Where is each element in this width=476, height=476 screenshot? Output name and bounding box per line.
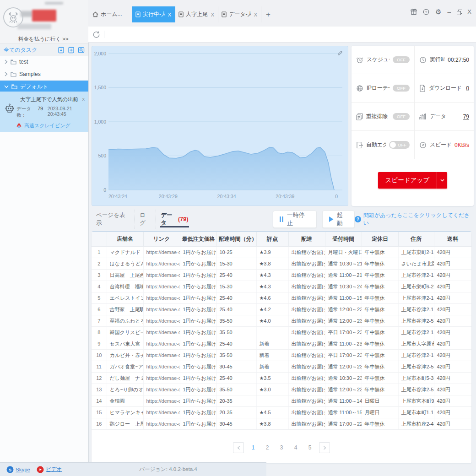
alarm-toggle[interactable]: OFF	[393, 56, 410, 64]
import-task-icon[interactable]	[58, 47, 65, 54]
tab-3[interactable]: データ-大... X	[218, 6, 261, 22]
cell: 通常 12:00～23:00時間...	[325, 304, 362, 315]
chevron-down-icon[interactable]	[4, 85, 9, 88]
skype-link[interactable]: Skype	[16, 467, 30, 472]
cell: 420円	[434, 247, 471, 258]
dedup-toggle[interactable]: OFF	[393, 113, 410, 120]
folder-item-デフォルト[interactable]: デフォルト	[0, 81, 88, 93]
task-data-count[interactable]: 79	[38, 106, 43, 111]
page-3[interactable]: 3	[276, 444, 287, 451]
col-header[interactable]: 評点	[256, 232, 288, 247]
download-value[interactable]: 0	[466, 85, 469, 92]
cell: 上尾市東町2-1-20	[398, 247, 434, 258]
view-tab-label: ログ	[140, 211, 151, 227]
table-body: 1マクドナルド 上尾運...https://demae-can.com/...1…	[92, 247, 471, 430]
cell: ヒマラヤンキャラバン	[107, 407, 143, 418]
folder-item-Samples[interactable]: Samples	[0, 68, 88, 81]
col-header[interactable]: 配達	[288, 232, 325, 247]
view-tab-0[interactable]: ページを表示	[92, 210, 135, 229]
task-close-icon[interactable]: x	[82, 96, 85, 102]
table-row[interactable]: 6吉野家 上尾駅前店https://demae-can.com/...1円からお…	[92, 304, 471, 315]
pause-button[interactable]: 一時停止	[273, 211, 317, 228]
col-header[interactable]: 店舗名	[107, 232, 143, 247]
new-task-icon[interactable]	[68, 47, 75, 54]
page-4[interactable]: 4	[291, 444, 301, 451]
stat-label: 実行時間	[430, 56, 444, 64]
data-value[interactable]: 79	[463, 114, 469, 120]
trouble-help-link[interactable]: ? 問題があったらここをクリックしてください	[355, 211, 474, 227]
chevron-down-icon[interactable]	[437, 172, 447, 189]
cell: 16	[92, 418, 107, 430]
status-bar: S Skype ビデオ バージョン: 4.0.2-beta.4	[0, 462, 266, 476]
page-5[interactable]: 5	[305, 444, 315, 451]
table-row[interactable]: 3日高屋 上尾西口店https://demae-can.com/...1円からお…	[92, 270, 471, 281]
refresh-icon[interactable]	[92, 31, 100, 38]
task-card[interactable]: 大字上尾下で人気の出前・デリバリー・宅... x データ数： 79 2023-0…	[0, 92, 88, 132]
table-row[interactable]: 9セスパ東大宮https://demae-can.com/...1円からお届け2…	[92, 338, 471, 350]
col-header[interactable]: 配達時間（分）	[216, 232, 256, 247]
table-row[interactable]: 14金瑞園https://demae-can.com/...1円からお届け20-…	[92, 395, 471, 407]
cell: 420円	[434, 304, 471, 315]
col-header[interactable]: 送料	[434, 232, 471, 247]
next-page-icon[interactable]	[319, 442, 330, 453]
page-1[interactable]: 1	[248, 444, 258, 451]
table-row[interactable]: 13とろ~り卵のオムライ...https://demae-can.com/...…	[92, 384, 471, 395]
table-row[interactable]: 5エベレストインhttps://demae-can.com/...1円からお届け…	[92, 292, 471, 304]
tab-close-icon[interactable]: X	[168, 12, 172, 17]
cell: 年中無休	[362, 281, 398, 292]
table-row[interactable]: 7至福のふわとろオムラ...https://demae-can.com/...1…	[92, 315, 471, 327]
table-row[interactable]: 1マクドナルド 上尾運...https://demae-can.com/...1…	[92, 247, 471, 258]
tab-0[interactable]: ホーム...	[89, 6, 132, 22]
cell: 上尾市谷津2-1-50-10 上...	[398, 327, 434, 338]
cell: 上尾市大字原市4154	[398, 338, 434, 350]
export-toggle[interactable]: OFF	[389, 141, 410, 149]
chevron-right-icon[interactable]	[4, 72, 8, 76]
start-button[interactable]: 起動	[322, 211, 355, 228]
edit-pencil-icon[interactable]	[337, 50, 343, 56]
table-row[interactable]: 10カルビ丼・赤チゲ「グ...https://demae-can.com/...…	[92, 350, 471, 361]
view-tab-1[interactable]: ログ	[135, 210, 156, 229]
stat-label: データ	[430, 113, 460, 120]
cell: 年中無休	[362, 418, 398, 430]
table-row[interactable]: 11ガパオ食堂~アロイマ...https://demae-can.com/...…	[92, 361, 471, 373]
col-header[interactable]: 住所	[398, 232, 434, 247]
table-row[interactable]: 16鶏ジロー 上尾https://demae-can.com/...1円からお届…	[92, 418, 471, 430]
find-task-icon[interactable]	[78, 47, 85, 54]
cell: 吉野家 上尾駅前店	[107, 304, 143, 315]
restore-icon[interactable]	[457, 10, 461, 14]
tab-2[interactable]: 大字上尾... X	[175, 6, 218, 22]
col-header[interactable]: 最低注文価格	[180, 232, 216, 247]
prev-page-icon[interactable]	[233, 442, 244, 453]
tab-strip: ホーム... 実行中-大... X 大字上尾... X データ-大... X +	[89, 6, 275, 22]
fast-scraping-link[interactable]: 高速スクレイピング	[24, 122, 70, 129]
table-row[interactable]: 4台湾料理 福味味https://demae-can.com/...1円からお届…	[92, 281, 471, 292]
table-row[interactable]: 15ヒマラヤンキャラバンhttps://demae-can.com/...1円か…	[92, 407, 471, 418]
video-link[interactable]: ビデオ	[46, 466, 62, 473]
view-tab-label: データ	[161, 211, 178, 227]
tab-1[interactable]: 実行中-大... X	[132, 6, 175, 22]
close-icon[interactable]: X	[467, 9, 471, 15]
pay-link[interactable]: 料金を払うに行く >>	[18, 36, 69, 43]
minimize-icon[interactable]: –	[448, 9, 451, 15]
page-2[interactable]: 2	[262, 444, 272, 451]
speed-up-button[interactable]: スピードアップ	[378, 172, 447, 189]
tab-close-icon[interactable]: X	[254, 12, 258, 17]
settings-gear-icon[interactable]: ⚙	[435, 8, 441, 15]
table-row[interactable]: 8韓国クリスピーチキン...https://demae-can.com/...1…	[92, 327, 471, 338]
help-icon[interactable]: ?	[423, 9, 429, 15]
folder-item-test[interactable]: test	[0, 56, 88, 68]
table-row[interactable]: 2はなまるうどん 大宮...https://demae-can.com/...1…	[92, 258, 471, 270]
col-header[interactable]	[92, 232, 107, 247]
col-header[interactable]: 定休日	[362, 232, 398, 247]
gift-icon[interactable]	[411, 8, 417, 15]
svg-text:S: S	[9, 467, 11, 472]
col-header[interactable]: リンク	[143, 232, 180, 247]
table-row[interactable]: 12だし麺屋 ナミノアヤ...https://demae-can.com/...…	[92, 373, 471, 384]
globe-toggle[interactable]: OFF	[393, 85, 410, 92]
col-header[interactable]: 受付時間	[325, 232, 362, 247]
tab-close-icon[interactable]: X	[211, 12, 215, 17]
chevron-right-icon[interactable]	[4, 60, 8, 64]
view-tab-2[interactable]: データ (79)	[156, 210, 193, 229]
cell: 年中無休	[362, 361, 398, 373]
new-tab-button[interactable]: +	[261, 6, 275, 22]
